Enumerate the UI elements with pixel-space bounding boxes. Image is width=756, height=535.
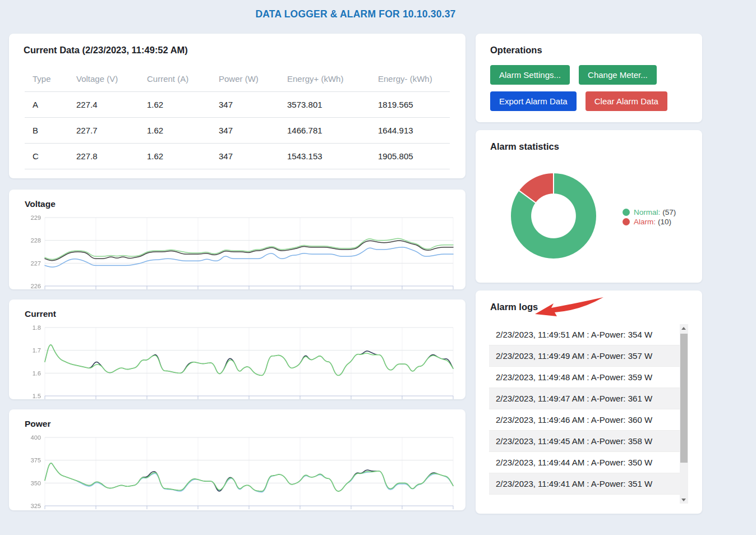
normal-legend-dot-icon bbox=[623, 209, 630, 216]
scrollbar-up-arrow-icon[interactable] bbox=[680, 324, 688, 333]
power-chart-card: Power bbox=[9, 409, 465, 510]
voltage-line-chart bbox=[22, 213, 458, 290]
log-entry: 2/23/2023, 11:49:41 AM : A-Power: 351 W bbox=[489, 473, 680, 495]
alarm-statistics-card: Alarm statistics Normal: (57) Alarm: (10… bbox=[476, 130, 702, 283]
alarm-legend-label: Alarm: bbox=[634, 218, 656, 226]
column-header: Voltage (V) bbox=[68, 66, 139, 92]
log-entry: 2/23/2023, 11:49:51 AM : A-Power: 354 W bbox=[489, 324, 680, 345]
log-entry: 2/23/2023, 11:49:49 AM : A-Power: 357 W bbox=[489, 345, 680, 367]
current-chart-card: Current bbox=[9, 299, 465, 399]
log-entry: 2/23/2023, 11:49:46 AM : A-Power: 360 W bbox=[489, 409, 680, 431]
alarm-statistics-title: Alarm statistics bbox=[490, 141, 559, 152]
alarm-donut-chart bbox=[509, 172, 598, 260]
column-header: Current (A) bbox=[139, 66, 211, 92]
operations-card: Opterations Alarm Settings... Change Met… bbox=[476, 34, 702, 122]
red-arrow-annotation bbox=[534, 294, 606, 320]
alarm-legend-count: (10) bbox=[658, 218, 671, 226]
current-data-table: TypeVoltage (V)Current (A)Power (W)Energ… bbox=[25, 66, 450, 169]
log-entry: 2/23/2023, 11:49:47 AM : A-Power: 361 W bbox=[489, 388, 680, 409]
normal-legend-count: (57) bbox=[662, 208, 676, 216]
operations-title: Opterations bbox=[490, 45, 542, 56]
page-title: DATA LOGGER & ALARM FOR 10.10.30.37 bbox=[9, 8, 702, 20]
column-header: Power (W) bbox=[211, 66, 279, 92]
alarm-logs-rows: 2/23/2023, 11:49:51 AM : A-Power: 354 W … bbox=[489, 324, 680, 504]
voltage-chart-title: Voltage bbox=[25, 199, 56, 209]
alarm-logs-list: 2/23/2023, 11:49:51 AM : A-Power: 354 W … bbox=[489, 324, 688, 504]
column-header: Energy+ (kWh) bbox=[279, 66, 370, 92]
alarm-logs-card: Alarm logs 2/23/2023, 11:49:51 AM : A-Po… bbox=[476, 290, 702, 514]
table-header-row: TypeVoltage (V)Current (A)Power (W)Energ… bbox=[25, 66, 450, 92]
table-row: C227.81.623471543.1531905.805 bbox=[25, 144, 450, 169]
operations-buttons: Alarm Settings... Change Meter... Export… bbox=[490, 65, 690, 111]
log-entry: 2/23/2023, 11:49:48 AM : A-Power: 359 W bbox=[489, 367, 680, 388]
column-header: Energy- (kWh) bbox=[370, 66, 450, 92]
table-body: A227.41.623473573.8011819.565B227.71.623… bbox=[25, 92, 450, 169]
normal-legend-label: Normal: bbox=[634, 208, 660, 216]
dashboard-page: DATA LOGGER & ALARM FOR 10.10.30.37 Curr… bbox=[0, 0, 756, 535]
current-data-card: Current Data (2/23/2023, 11:49:52 AM) Ty… bbox=[9, 34, 465, 178]
scrollbar-thumb[interactable] bbox=[680, 334, 688, 463]
table-row: A227.41.623473573.8011819.565 bbox=[25, 92, 450, 118]
column-header: Type bbox=[25, 66, 68, 92]
log-entry: 2/23/2023, 11:49:44 AM : A-Power: 350 W bbox=[489, 452, 680, 473]
current-line-chart bbox=[22, 323, 458, 400]
alarm-logs-title: Alarm logs bbox=[490, 302, 538, 312]
legend-item-normal: Normal: (57) bbox=[623, 208, 676, 216]
voltage-chart-card: Voltage bbox=[9, 190, 465, 289]
logs-scrollbar[interactable] bbox=[680, 324, 688, 504]
alarm-legend-dot-icon bbox=[623, 218, 630, 225]
scrollbar-down-arrow-icon[interactable] bbox=[680, 495, 688, 504]
legend-item-alarm: Alarm: (10) bbox=[623, 218, 676, 226]
current-chart-title: Current bbox=[25, 309, 56, 319]
power-line-chart bbox=[22, 433, 458, 510]
power-chart-title: Power bbox=[25, 419, 51, 429]
export-alarm-data-button[interactable]: Export Alarm Data bbox=[490, 91, 577, 111]
table-row: B227.71.623471466.7811644.913 bbox=[25, 118, 450, 144]
log-entry-partial bbox=[489, 495, 680, 504]
donut-legend: Normal: (57) Alarm: (10) bbox=[623, 208, 676, 227]
log-entry: 2/23/2023, 11:49:45 AM : A-Power: 358 W bbox=[489, 431, 680, 452]
clear-alarm-data-button[interactable]: Clear Alarm Data bbox=[586, 91, 667, 111]
current-data-title: Current Data (2/23/2023, 11:49:52 AM) bbox=[24, 45, 188, 56]
change-meter-button[interactable]: Change Meter... bbox=[579, 65, 657, 85]
alarm-settings-button[interactable]: Alarm Settings... bbox=[490, 65, 570, 85]
